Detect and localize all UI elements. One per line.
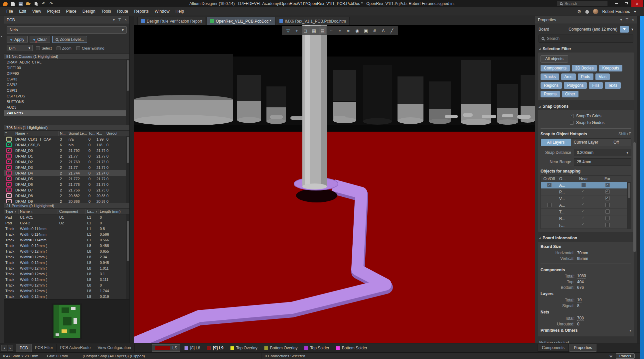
net-row[interactable]: DRAM_D5 2 21.772 0 21.77 0: [4, 176, 129, 181]
primitive-row[interactable]: Track Width=0.114mm L1 0.8: [4, 226, 129, 231]
net-row[interactable]: DRAM_D8 2 20.882 0 20.88 0: [4, 193, 129, 198]
filter-option-checkbox[interactable]: Zoom: [57, 46, 72, 50]
net-row[interactable]: DRAM_D3 2 21.77 0 21.77 0: [4, 165, 129, 170]
layer-tab[interactable]: Bottom Solder: [333, 345, 370, 351]
panel-selector-tab[interactable]: Properties: [569, 344, 596, 352]
layer-tab[interactable]: Bottom Overlay: [261, 345, 300, 351]
near-checkbox[interactable]: [581, 216, 586, 220]
copy-icon[interactable]: [33, 1, 39, 6]
menu-item[interactable]: Help: [172, 7, 187, 16]
object-type-filter-button[interactable]: Arcs: [561, 73, 576, 80]
object-type-filter-button[interactable]: Rooms: [541, 91, 560, 97]
primitive-row[interactable]: Track Width=0.12mm ( L8 0.319: [4, 294, 129, 299]
panel-pin-icon[interactable]: ⊤: [625, 18, 629, 22]
net-color-checkbox[interactable]: [6, 199, 12, 203]
primitive-row[interactable]: Track Width=0.114mm L1 0.566: [4, 237, 129, 243]
snap-option-checkbox[interactable]: Snap To Grids: [541, 113, 631, 119]
user-menu-chevron-icon[interactable]: ▾: [634, 9, 636, 14]
new-document-icon[interactable]: [10, 1, 16, 6]
workspace-tab[interactable]: PCB ActiveRoute: [57, 344, 94, 352]
primitive-row[interactable]: Track Width=0.12mm ( L8 0.488: [4, 243, 129, 248]
pcb-3d-scene[interactable]: [134, 25, 535, 343]
menu-item[interactable]: Window: [152, 7, 172, 16]
filter-option-checkbox[interactable]: Select: [36, 46, 52, 50]
on-off-checkbox[interactable]: [547, 203, 552, 207]
board-plane[interactable]: [134, 132, 535, 343]
snap-options-section-header[interactable]: ◢ Snap Options: [535, 103, 637, 110]
on-off-checkbox[interactable]: [547, 189, 552, 194]
primitive-row[interactable]: Track Width=0.12mm ( L8 3.111: [4, 277, 129, 282]
panels-button[interactable]: Panels: [616, 353, 635, 359]
pcb-mode-select[interactable]: Nets ▾: [7, 26, 127, 34]
net-row[interactable]: DRAM_D6 2 21.776 0 21.77 0: [4, 181, 129, 187]
redo-icon[interactable]: ↷: [49, 1, 54, 6]
object-type-filter-button[interactable]: Components: [541, 65, 570, 71]
primitive-row[interactable]: Pad U2-F2 U2 L1 0: [4, 220, 129, 226]
object-type-filter-button[interactable]: Vias: [595, 73, 610, 80]
on-off-checkbox[interactable]: [547, 223, 552, 227]
panel-close-icon[interactable]: ×: [125, 18, 127, 22]
restore-button[interactable]: [621, 0, 631, 7]
pad-icon[interactable]: ▣: [362, 27, 370, 34]
menu-item[interactable]: Reports: [131, 7, 152, 16]
net-color-checkbox[interactable]: [6, 142, 12, 147]
far-checkbox[interactable]: [605, 216, 610, 220]
units-icon[interactable]: m: [345, 27, 352, 34]
primitive-row[interactable]: Track Width=0.12mm ( L8 1.011: [4, 265, 129, 271]
filter-option-checkbox[interactable]: Clear Existing: [76, 46, 104, 50]
near-checkbox[interactable]: [581, 203, 586, 207]
via-barrel[interactable]: [302, 25, 327, 189]
net-class-item[interactable]: CSI / LVDS: [4, 93, 129, 99]
nets-table-header[interactable]: * Name▲ N... Signal Le... To... R... Unr…: [4, 131, 129, 136]
notifications-bell-icon[interactable]: [585, 10, 589, 13]
workspace-tab[interactable]: View Configuration: [94, 344, 135, 352]
minimize-button[interactable]: [611, 0, 621, 7]
layer-tab[interactable]: [8] L8: [182, 345, 203, 351]
layer-tab[interactable]: [9] L9: [204, 345, 226, 351]
primitive-row[interactable]: Track Width=0.12mm ( L8 0: [4, 282, 129, 288]
save-icon[interactable]: [18, 1, 23, 6]
close-button[interactable]: ×: [631, 0, 643, 7]
object-type-filter-button[interactable]: Keepouts: [599, 65, 622, 71]
line-icon[interactable]: ╱: [388, 27, 396, 34]
snap-option-checkbox[interactable]: Snap To Guides: [541, 119, 631, 126]
layer-tab[interactable]: Top Solder: [301, 345, 332, 351]
menu-item[interactable]: Design: [80, 7, 98, 16]
menu-item[interactable]: Edit: [16, 7, 29, 16]
net-row[interactable]: DRAM_D1 2 21.77 0 21.77 0: [4, 153, 129, 159]
layer-tab[interactable]: Top Overlay: [228, 345, 260, 351]
far-checkbox[interactable]: [605, 203, 610, 207]
object-type-filter-button[interactable]: Regions: [541, 82, 562, 89]
on-off-checkbox[interactable]: [547, 183, 552, 187]
user-avatar[interactable]: [593, 9, 598, 14]
clear-button[interactable]: Clear: [30, 36, 50, 43]
object-type-filter-button[interactable]: Polygons: [564, 82, 587, 89]
net-class-item[interactable]: CSPI1: [4, 88, 129, 93]
snap-layer-mode-button[interactable]: All Layers: [541, 139, 571, 146]
object-type-filter-button[interactable]: Texts: [605, 82, 621, 89]
near-checkbox[interactable]: [581, 183, 586, 187]
grid-icon[interactable]: #: [371, 27, 378, 34]
net-color-checkbox[interactable]: [6, 176, 12, 181]
object-type-filter-button[interactable]: Fills: [589, 82, 602, 89]
user-name[interactable]: Robert Feranec: [602, 9, 630, 14]
all-objects-button[interactable]: All objects: [541, 55, 568, 62]
far-checkbox[interactable]: [605, 189, 610, 194]
primitive-row[interactable]: Track Width=0.12mm ( L8 3.1: [4, 271, 129, 277]
near-range-input[interactable]: 25.4mm: [574, 158, 631, 166]
settings-gear-icon[interactable]: ⚙: [577, 9, 581, 14]
menu-item[interactable]: Place: [63, 7, 79, 16]
marquee-select-icon[interactable]: ◻: [302, 27, 309, 34]
snap-table-scrollbar[interactable]: [627, 182, 631, 229]
board-information-section-header[interactable]: ◢ Board Information: [535, 234, 637, 242]
object-type-filter-button[interactable]: Tracks: [541, 73, 559, 80]
menu-item[interactable]: Route: [114, 7, 131, 16]
net-row[interactable]: DRAM_D0 2 21.792 0 21.79 0: [4, 148, 129, 153]
zoom-level-button[interactable]: Zoom Level...: [52, 36, 87, 43]
on-off-checkbox[interactable]: [547, 196, 552, 200]
net-class-item[interactable]: <All Nets>: [4, 110, 129, 116]
workspace-tab[interactable]: PCB Filter: [32, 344, 57, 352]
far-checkbox[interactable]: [605, 209, 610, 214]
tab-scroll-right-icon[interactable]: ▸: [8, 345, 13, 351]
far-checkbox[interactable]: [605, 223, 610, 227]
